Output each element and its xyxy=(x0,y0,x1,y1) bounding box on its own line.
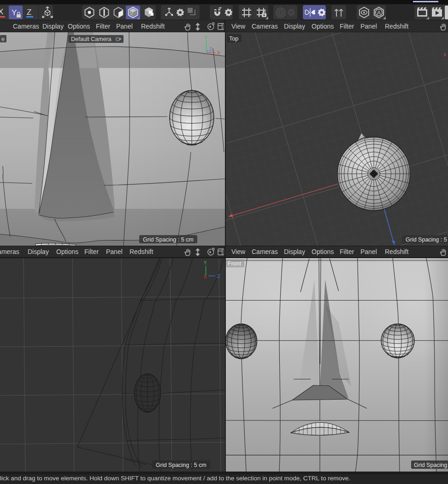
svg-text:X: X xyxy=(204,274,207,279)
svg-text:Y: Y xyxy=(205,35,208,40)
svg-text:Top: Top xyxy=(229,35,238,42)
svg-text:e: e xyxy=(1,36,5,42)
svg-text:X: X xyxy=(217,50,220,55)
svg-text:Z: Z xyxy=(209,47,212,52)
svg-text:A: A xyxy=(377,10,381,16)
svg-text:Grid Spacing : 5 cm: Grid Spacing : 5 cm xyxy=(156,462,206,468)
svg-text:Z: Z xyxy=(27,8,31,17)
svg-text:Y: Y xyxy=(204,260,207,266)
svg-text:Front: Front xyxy=(228,260,242,267)
svg-text:Y: Y xyxy=(12,8,17,17)
svg-text:x: x xyxy=(443,51,446,58)
svg-text:Grid Spacing : 5 cm: Grid Spacing : 5 cm xyxy=(143,236,194,243)
svg-text:X: X xyxy=(0,7,3,16)
svg-text:Default Camera: Default Camera xyxy=(71,36,112,42)
svg-text:Grid Spacing : 5: Grid Spacing : 5 xyxy=(406,236,447,243)
svg-text:Grid Spacing :: Grid Spacing : xyxy=(414,462,448,468)
svg-text:Z: Z xyxy=(217,274,220,279)
